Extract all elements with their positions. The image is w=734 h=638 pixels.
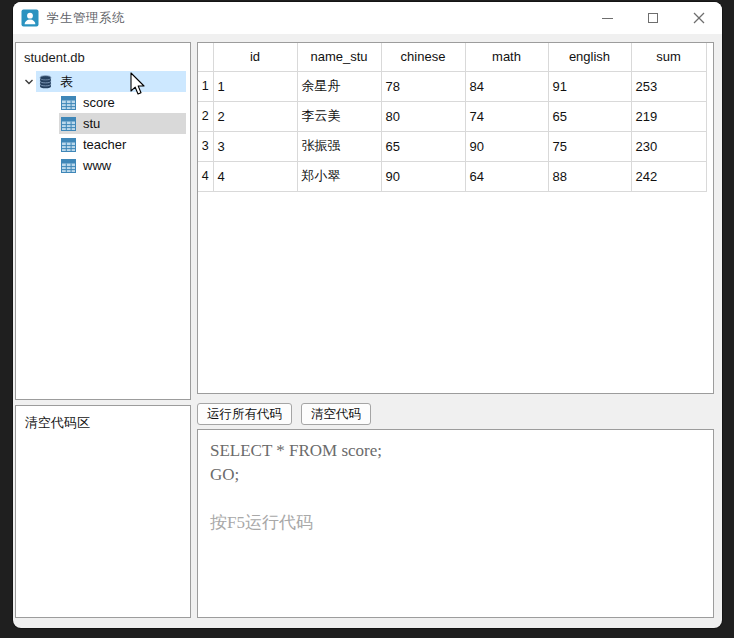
table-row: 1 1 余星舟 78 84 91 253 [198,71,706,101]
column-header-math[interactable]: math [465,43,548,71]
table-cell[interactable]: 余星舟 [297,71,381,101]
close-icon [693,12,705,24]
table-cell[interactable]: 2 [213,101,297,131]
app-user-icon [21,9,39,27]
tree-root-label: 表 [60,73,73,91]
tree-item-stu[interactable]: stu [16,113,190,134]
tree-item-score[interactable]: score [16,92,190,113]
chevron-down-icon[interactable] [22,77,36,87]
row-number[interactable]: 1 [198,71,213,101]
column-header-chinese[interactable]: chinese [381,43,465,71]
table-cell[interactable]: 242 [631,161,706,191]
corner-cell [198,43,213,71]
app-window: 学生管理系统 student.db [13,2,722,628]
sql-line: SELECT * FROM score; [210,439,701,463]
table-grid-icon [61,96,76,110]
tree-root-tables[interactable]: 表 [16,71,190,92]
column-header-name-stu[interactable]: name_stu [297,43,381,71]
table-cell[interactable]: 张振强 [297,131,381,161]
table-cell[interactable]: 84 [465,71,548,101]
row-number[interactable]: 2 [198,101,213,131]
table-cell[interactable]: 4 [213,161,297,191]
table-row: 4 4 郑小翠 90 64 88 242 [198,161,706,191]
db-name-label: student.db [16,43,190,71]
table-cell[interactable]: 91 [548,71,631,101]
table-cell[interactable]: 65 [548,101,631,131]
window-controls [584,2,722,34]
table-cell[interactable]: 3 [213,131,297,161]
run-all-code-button[interactable]: 运行所有代码 [197,403,292,425]
column-header-id[interactable]: id [213,43,297,71]
column-header-english[interactable]: english [548,43,631,71]
column-header-sum[interactable]: sum [631,43,706,71]
titlebar[interactable]: 学生管理系统 [13,2,722,34]
maximize-icon [648,13,658,23]
table-row: 2 2 李云美 80 74 65 219 [198,101,706,131]
sql-blank-line [210,487,701,511]
desktop-backdrop: 学生管理系统 student.db [0,0,734,638]
row-number[interactable]: 4 [198,161,213,191]
table-grid-icon [61,138,76,152]
table-cell[interactable]: 90 [381,161,465,191]
maximize-button[interactable] [630,2,676,34]
table-grid-icon [61,117,76,131]
table-cell[interactable]: 65 [381,131,465,161]
minimize-button[interactable] [584,2,630,34]
tree-item-teacher[interactable]: teacher [16,134,190,155]
results-table-panel: id name_stu chinese math english sum 1 1… [197,42,714,394]
clear-code-button[interactable]: 清空代码 [301,403,371,425]
tree-item-www[interactable]: www [16,155,190,176]
results-table: id name_stu chinese math english sum 1 1… [198,43,707,192]
database-icon [38,75,53,89]
table-cell[interactable]: 219 [631,101,706,131]
table-cell[interactable]: 88 [548,161,631,191]
window-title: 学生管理系统 [47,10,125,27]
codezone-label: 清空代码区 [16,406,190,440]
table-cell[interactable]: 78 [381,71,465,101]
table-cell[interactable]: 郑小翠 [297,161,381,191]
close-button[interactable] [676,2,722,34]
table-header-row: id name_stu chinese math english sum [198,43,706,71]
table-cell[interactable]: 64 [465,161,548,191]
minimize-icon [602,18,613,19]
editor-hint: 按F5运行代码 [210,511,701,535]
table-cell[interactable]: 90 [465,131,548,161]
sql-editor[interactable]: SELECT * FROM score; GO; 按F5运行代码 [197,429,714,618]
table-cell[interactable]: 230 [631,131,706,161]
table-cell[interactable]: 1 [213,71,297,101]
sql-line: GO; [210,463,701,487]
table-cell[interactable]: 74 [465,101,548,131]
codezone-panel[interactable]: 清空代码区 [15,405,191,618]
table-cell[interactable]: 80 [381,101,465,131]
toolbar: 运行所有代码 清空代码 [197,403,371,425]
table-cell[interactable]: 253 [631,71,706,101]
table-row: 3 3 张振强 65 90 75 230 [198,131,706,161]
table-cell[interactable]: 李云美 [297,101,381,131]
table-cell[interactable]: 75 [548,131,631,161]
db-tree-panel: student.db 表 [15,42,191,400]
table-grid-icon [61,159,76,173]
row-number[interactable]: 3 [198,131,213,161]
